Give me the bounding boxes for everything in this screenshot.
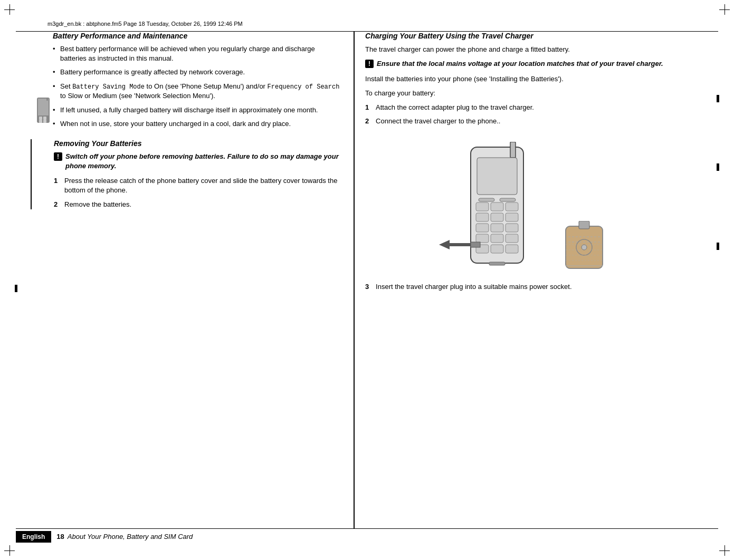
section-removing-heading: Removing Your Batteries (54, 139, 343, 148)
svg-rect-23 (491, 245, 503, 253)
footer-bar: English 18 About Your Phone, Battery and… (16, 528, 718, 544)
bullet-5: When not in use, store your battery unch… (53, 119, 343, 129)
section-removing-batteries: Removing Your Batteries ! Switch off you… (31, 139, 343, 209)
crosshair-bottom-left (4, 545, 15, 556)
warning-text-charging: Ensure that the local mains voltage at y… (377, 59, 663, 69)
charger-svg (560, 221, 608, 279)
svg-rect-32 (579, 221, 589, 229)
bullet-3: Set Battery Saving Mode to On (see 'Phon… (53, 82, 343, 101)
phone-charger-illustration (365, 131, 702, 279)
crosshair-bottom-right (719, 545, 730, 556)
right-border-marker-1 (717, 95, 719, 102)
svg-rect-25 (489, 262, 505, 265)
svg-rect-20 (491, 234, 503, 243)
header-text: m3gdr_en.bk : abtphone.fm5 Page 18 Tuesd… (16, 21, 243, 27)
svg-rect-12 (506, 202, 518, 211)
english-badge: English (16, 531, 51, 543)
phone-svg (460, 142, 545, 279)
charging-step3: 3Insert the travel charger plug into a s… (365, 282, 702, 292)
svg-rect-21 (506, 234, 518, 243)
svg-rect-30 (471, 242, 480, 247)
bullet-2: Battery performance is greatly affected … (53, 67, 343, 77)
svg-rect-15 (506, 213, 518, 221)
remove-step-1: 1Press the release catch of the phone ba… (54, 176, 343, 195)
charging-warning-box: ! Ensure that the local mains voltage at… (365, 59, 702, 69)
cable-arrow (439, 237, 481, 253)
remove-step-2: 2Remove the batteries. (54, 200, 343, 209)
svg-rect-10 (476, 202, 489, 211)
section-battery-heading: Battery Performance and Maintenance (53, 32, 343, 40)
charge-step-2: 2Connect the travel charger to the phone… (365, 117, 702, 126)
svg-rect-17 (491, 224, 503, 232)
svg-rect-9 (477, 158, 517, 195)
warning-text-removing: Switch off your phone before removing ba… (65, 152, 343, 171)
removing-steps: 1Press the release catch of the phone ba… (54, 176, 343, 209)
section-battery-performance: Battery Performance and Maintenance Best… (32, 32, 343, 129)
left-border-marker-1 (15, 285, 17, 292)
removing-warning-box: ! Switch off your phone before removing … (54, 152, 343, 171)
footer-page-number: 18 (56, 533, 64, 540)
left-column: Battery Performance and Maintenance Best… (32, 32, 354, 528)
bullet-1: Best battery performance will be achieve… (53, 44, 343, 63)
svg-rect-13 (476, 213, 489, 221)
charging-body1: The travel charger can power the phone a… (365, 44, 702, 55)
right-border-marker-3 (717, 243, 719, 250)
svg-rect-8 (510, 142, 516, 158)
right-column: Charging Your Battery Using the Travel C… (354, 32, 702, 528)
charging-body2: Install the batteries into your phone (s… (365, 74, 702, 84)
svg-rect-18 (506, 224, 518, 232)
svg-rect-26 (479, 198, 494, 201)
charging-body3: To charge your battery: (365, 88, 702, 99)
crosshair-top-left (4, 4, 15, 15)
svg-rect-14 (491, 213, 503, 221)
charge-step-3: 3Insert the travel charger plug into a s… (365, 282, 702, 292)
header-bar: m3gdr_en.bk : abtphone.fm5 Page 18 Tuesd… (16, 16, 718, 32)
footer-page-text: About Your Phone, Battery and SIM Card (68, 533, 193, 540)
crosshair-top-right (719, 4, 730, 15)
bullet-4: If left unused, a fully charged battery … (53, 105, 343, 115)
svg-rect-24 (506, 245, 518, 253)
svg-rect-28 (450, 243, 471, 246)
content-area: Battery Performance and Maintenance Best… (32, 32, 702, 528)
right-border-marker-2 (717, 163, 719, 171)
battery-bullet-list: Best battery performance will be achieve… (53, 44, 343, 129)
warning-icon-removing: ! (54, 152, 62, 161)
svg-rect-27 (500, 198, 516, 201)
charging-steps: 1Attach the correct adapter plug to the … (365, 103, 702, 126)
charge-step-1: 1Attach the correct adapter plug to the … (365, 103, 702, 112)
svg-rect-11 (491, 202, 503, 211)
svg-rect-16 (476, 224, 489, 232)
section-charging-heading: Charging Your Battery Using the Travel C… (365, 32, 702, 40)
svg-point-34 (582, 245, 587, 250)
section-charging: Charging Your Battery Using the Travel C… (365, 32, 702, 292)
svg-marker-29 (439, 240, 450, 249)
warning-icon-charging: ! (365, 60, 374, 68)
